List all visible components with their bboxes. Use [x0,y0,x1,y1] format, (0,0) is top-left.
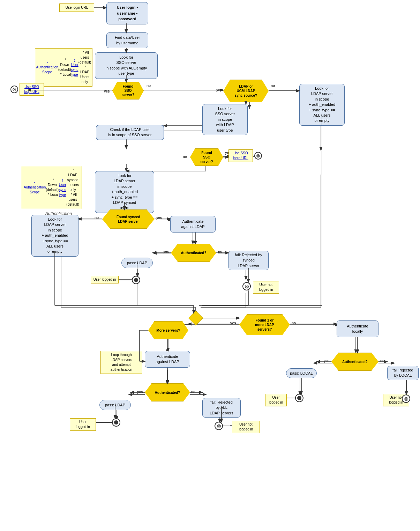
circle-end-2 [112,418,120,427]
note-loop-ldap: Loop throughLDAP serversand attemptauthe… [100,351,142,374]
label-no-sso2: no [183,155,187,158]
node-look-ldap-synced: Look forLDAP serverin scope+ auth_enable… [95,171,154,213]
label-no-auth3: no [380,359,384,363]
user-login-title: User login • username • password [110,5,144,22]
node-more-servers-q: More servers? [148,321,188,339]
node-pass-local: pass: LOCAL [286,368,317,378]
label-yes-auth2: yes [137,390,143,394]
node-found-sso-q: FoundSSOserver? [112,82,144,99]
node-authenticated3-q: Authenticated? [331,353,378,371]
node-look-ldap-no-sync: Look forLDAP serverin scope+ auth_enable… [299,84,345,126]
node-authenticated2-q: Authenticated? [145,383,190,401]
circle-end-1 [132,276,140,284]
note-user-not-logged2: User notlogged in [232,421,260,433]
node-auth-locally: Authenticatelocally [337,320,378,337]
note-use-sso-left: Use SSOlogin URL [20,83,44,96]
note-user-logged-in3: Userlogged in [265,394,287,406]
label-no-found-ldap: no [292,321,296,325]
note-auth-scope-1: • Authentication Scope * Down (default) … [35,48,92,87]
circle-x-sso-left: ⊗ [10,86,18,93]
label-yes-auth1: yes [163,250,169,253]
label-yes-auth3: yes [324,359,330,363]
circle-end-3 [295,394,303,402]
node-fail-synced-ldap: fail: Rejected bysyncedLDAP server [228,251,269,270]
node-look-sso-ldap: Look forSSO serverin scopewith LDAPuser … [202,104,248,135]
label-yes-ldap-ucm: yes [216,88,222,92]
flowchart-container: Use login URL User login • username • pa… [0,0,420,531]
label-no-ldap-ucm: no [271,84,275,88]
node-fail-all-ldap: fail: Rejectedby ALLLDAP servers [202,398,241,418]
circle-x-2: ⊗ [215,422,223,430]
label-no-synced: no [95,216,99,220]
note-use-login-url: Use login URL [59,3,94,12]
label-no-auth1: no [218,250,222,253]
circle-x-3: ⊗ [402,394,410,403]
label-no-sso: no [147,84,151,88]
node-found-ldap-q: Found 1 ormore LDAPservers? [239,314,290,335]
label-yes-synced: yes [156,216,162,220]
node-authenticated1-q: Authenticated? [171,244,216,262]
circle-x-1: ⊗ [242,282,251,290]
node-user-login: User login • username • password [106,2,148,24]
note-use-sso-right: Use SSOlogin URL [228,149,253,162]
node-auth-ldap1: Authenticateagainst LDAP [170,216,216,233]
node-look-ldap-all2: Look forLDAP serverin scope+ auth_enable… [31,215,78,257]
node-pass-ldap2: pass: LDAP [99,400,131,410]
note-user-not-logged1: User notlogged in [253,281,279,294]
authentication-label: Authentication [45,211,72,216]
note-user-logged-in2: Userlogged in [70,418,96,431]
node-pass-ldap1: pass: LDAP [121,258,153,268]
node-found-synced-ldap-q: Found syncedLDAP server [102,209,155,229]
node-check-ldap-sso: Check if the LDAP useris in scope of SSO… [96,125,164,140]
circle-x-sso-right: ⊗ [254,152,262,160]
node-found-sso2-q: FoundSSOserver? [190,148,223,166]
label-yes-found-ldap: yes [230,321,236,325]
note-user-logged-in1: User logged in [91,276,119,283]
node-look-sso-all: Look forSSO serverin scope with ALL/empt… [95,52,158,79]
node-auth-ldap2: Authenticateagainst LDAP [145,351,190,368]
label-no-auth2: no [191,390,195,394]
diamond-merge [188,311,203,325]
label-yes-sso: yes [104,89,110,93]
node-find-data: Find data/Userby username [106,32,148,48]
node-fail-local: fail: rejectedby LOCAL [387,366,419,380]
note-auth-scope-2: • Authentication Scope * Down (default) … [21,166,82,209]
node-ldap-ucm-q: LDAP orUCM LDAPsync source? [223,80,269,102]
